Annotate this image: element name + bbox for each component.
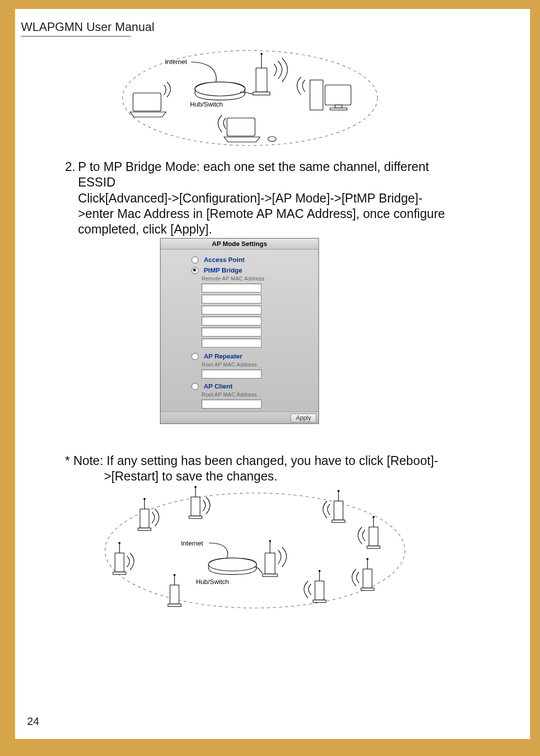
svg-point-42 bbox=[174, 574, 176, 576]
svg-rect-35 bbox=[367, 546, 380, 548]
svg-rect-44 bbox=[315, 581, 324, 600]
access-point-icon bbox=[189, 486, 202, 518]
svg-rect-11 bbox=[335, 105, 342, 108]
step-2-text: 2.P to MP Bridge Mode: each one set the … bbox=[65, 159, 500, 237]
header-rule bbox=[21, 36, 131, 36]
svg-rect-9 bbox=[310, 80, 323, 110]
root-mac-label-1: Root AP MAC Address bbox=[202, 362, 312, 368]
opt-ap-client-label: AP Client bbox=[204, 382, 232, 390]
opt-ap-repeater-label: AP Repeater bbox=[204, 352, 242, 360]
desktop-pc-icon bbox=[310, 80, 351, 110]
svg-point-18 bbox=[269, 540, 271, 542]
header-title: WLAPGMN User Manual bbox=[21, 20, 154, 34]
note-text: * Note: If any setting has been changed,… bbox=[65, 453, 500, 484]
radio-access-point[interactable] bbox=[192, 256, 198, 264]
internet-label: Internet bbox=[165, 58, 187, 66]
svg-point-38 bbox=[118, 542, 120, 544]
radio-ap-client[interactable] bbox=[192, 383, 198, 390]
svg-rect-8 bbox=[227, 118, 255, 136]
svg-point-50 bbox=[366, 558, 368, 560]
svg-rect-7 bbox=[133, 93, 161, 111]
access-point-icon bbox=[168, 574, 181, 606]
remote-mac-input-1[interactable] bbox=[202, 284, 262, 292]
remote-mac-input-2[interactable] bbox=[202, 294, 262, 304]
apply-button[interactable]: Apply bbox=[290, 414, 316, 422]
laptop-icon bbox=[130, 93, 166, 117]
access-point-icon bbox=[138, 498, 151, 530]
svg-rect-43 bbox=[168, 604, 181, 606]
svg-point-26 bbox=[194, 486, 196, 488]
svg-point-34 bbox=[372, 516, 374, 518]
svg-rect-36 bbox=[115, 553, 124, 572]
root-mac-label-2: Root AP MAC Address bbox=[202, 392, 312, 398]
remote-mac-label: Remote AP MAC Address bbox=[202, 276, 312, 282]
svg-rect-27 bbox=[189, 516, 202, 518]
access-point-icon bbox=[313, 570, 326, 602]
hub-label: Hub/Switch bbox=[190, 100, 223, 108]
radio-ptmp-bridge[interactable] bbox=[192, 267, 198, 274]
network-diagram-1: Internet Hub/Switch bbox=[115, 44, 385, 152]
svg-rect-39 bbox=[113, 572, 126, 574]
panel-title: AP Mode Settings bbox=[160, 238, 318, 250]
svg-point-46 bbox=[318, 570, 320, 572]
access-point-icon bbox=[262, 540, 278, 576]
remote-mac-input-3[interactable] bbox=[202, 306, 262, 314]
svg-rect-20 bbox=[140, 509, 149, 528]
svg-rect-19 bbox=[262, 574, 278, 576]
svg-point-13 bbox=[105, 493, 405, 608]
svg-rect-16 bbox=[265, 553, 275, 574]
access-point-icon bbox=[113, 542, 126, 574]
mouse-icon bbox=[268, 136, 276, 142]
access-point-icon bbox=[253, 53, 270, 95]
svg-rect-6 bbox=[253, 92, 270, 95]
root-mac-input-repeater[interactable] bbox=[202, 370, 262, 378]
laptop-icon bbox=[224, 118, 260, 142]
svg-rect-12 bbox=[330, 108, 347, 110]
svg-rect-51 bbox=[361, 588, 374, 590]
svg-rect-32 bbox=[369, 527, 378, 546]
step-number: 2. bbox=[65, 159, 78, 174]
svg-point-30 bbox=[338, 490, 340, 492]
remote-mac-input-6[interactable] bbox=[202, 338, 262, 348]
access-point-icon bbox=[361, 558, 374, 590]
svg-rect-10 bbox=[325, 85, 351, 105]
svg-rect-40 bbox=[170, 585, 179, 604]
svg-rect-31 bbox=[332, 520, 345, 522]
root-mac-input-client[interactable] bbox=[202, 400, 262, 408]
remote-mac-input-5[interactable] bbox=[202, 328, 262, 336]
svg-point-2 bbox=[195, 82, 245, 96]
svg-rect-47 bbox=[313, 600, 326, 602]
svg-rect-3 bbox=[256, 68, 267, 92]
svg-rect-23 bbox=[138, 528, 151, 530]
internet-label-2: Internet bbox=[181, 540, 203, 547]
access-point-icon bbox=[332, 490, 345, 522]
svg-point-15 bbox=[208, 558, 256, 571]
opt-access-point-label: Access Point bbox=[204, 256, 244, 264]
ap-mode-settings-panel: AP Mode Settings Access Point PtMP Bridg… bbox=[160, 238, 319, 424]
svg-point-22 bbox=[144, 498, 146, 500]
network-diagram-2: Internet Hub/Switch bbox=[95, 483, 415, 618]
hub-switch-icon bbox=[195, 82, 245, 100]
hub-label-2: Hub/Switch bbox=[196, 578, 229, 586]
manual-page: WLAPGMN User Manual Internet Hub/Switch bbox=[15, 9, 530, 739]
access-point-icon bbox=[367, 516, 380, 548]
svg-rect-24 bbox=[191, 497, 200, 516]
svg-point-5 bbox=[260, 53, 262, 55]
page-number: 24 bbox=[27, 715, 39, 728]
svg-rect-28 bbox=[334, 501, 343, 520]
opt-ptmp-bridge-label: PtMP Bridge bbox=[204, 266, 242, 274]
radio-ap-repeater[interactable] bbox=[192, 353, 198, 360]
wifi-waves-icon bbox=[274, 58, 288, 82]
svg-rect-48 bbox=[363, 569, 372, 588]
remote-mac-input-4[interactable] bbox=[202, 316, 262, 326]
hub-switch-icon bbox=[208, 558, 256, 574]
